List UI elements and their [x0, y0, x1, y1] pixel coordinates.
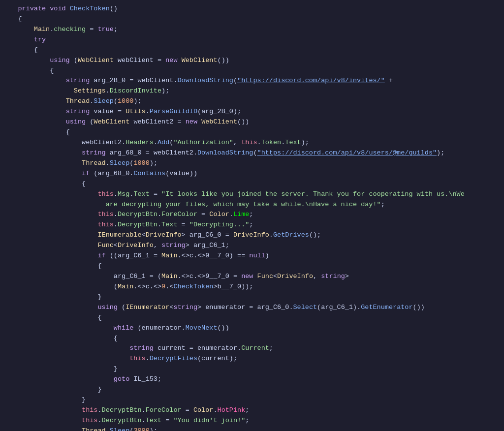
- code-line: are decrypting your files, which may tak…: [0, 200, 504, 210]
- code-line: this.DecryptBtn.Text = "You didn't join!…: [0, 416, 504, 426]
- code-line: (Main.<>c.<>9.<CheckToken>b__7_0));: [0, 282, 504, 292]
- code-line: IEnumerable<DriveInfo> arg_C6_0 = DriveI…: [0, 230, 504, 241]
- code-line: using (IEnumerator<string> enumerator = …: [0, 303, 504, 313]
- code-line: goto IL_153;: [0, 374, 504, 385]
- code-line: string arg_68_0 = webClient2.DownloadStr…: [0, 148, 504, 158]
- code-editor: private void CheckToken() { Main.checkin…: [0, 0, 504, 431]
- code-line: string current = enumerator.Current;: [0, 343, 504, 354]
- code-line: Thread.Sleep(1000);: [0, 96, 504, 107]
- code-line: if ((arg_C6_1 = Main.<>c.<>9__7_0) == nu…: [0, 251, 504, 261]
- code-line: Settings.DiscordInvite);: [0, 86, 504, 96]
- code-line: {: [0, 66, 504, 76]
- code-line: {: [0, 14, 504, 25]
- code-line: this.DecryptBtn.Text = "Decrypting...";: [0, 220, 504, 230]
- code-line: {: [0, 334, 504, 344]
- code-line: webClient2.Headers.Add("Authorization", …: [0, 138, 504, 148]
- code-line: Thread.Sleep(1000);: [0, 158, 504, 169]
- code-line: while (enumerator.MoveNext()): [0, 323, 504, 334]
- code-line: Func<DriveInfo, string> arg_C6_1;: [0, 241, 504, 251]
- code-line: }: [0, 364, 504, 374]
- code-line: {: [0, 127, 504, 138]
- code-line: {: [0, 45, 504, 56]
- code-line: this.DecryptFiles(current);: [0, 354, 504, 364]
- code-line: }: [0, 385, 504, 395]
- code-line: private void CheckToken(): [0, 4, 504, 14]
- code-line: this.DecryptBtn.ForeColor = Color.Lime;: [0, 210, 504, 220]
- code-line: string value = Utils.ParseGuildID(arg_2B…: [0, 107, 504, 117]
- code-line: using (WebClient webClient2 = new WebCli…: [0, 117, 504, 127]
- code-line: {: [0, 261, 504, 272]
- code-line: string arg_2B_0 = webClient.DownloadStri…: [0, 76, 504, 86]
- code-line: }: [0, 395, 504, 405]
- code-line: {: [0, 179, 504, 189]
- code-line: try: [0, 35, 504, 45]
- code-line: using (WebClient webClient = new WebClie…: [0, 56, 504, 66]
- code-line: Main.checking = true;: [0, 25, 504, 35]
- code-line: this.Msg.Text = "It looks like you joine…: [0, 189, 504, 200]
- code-line: {: [0, 313, 504, 323]
- code-line: if (arg_68_0.Contains(value)): [0, 169, 504, 179]
- code-line: Thread.Sleep(3000);: [0, 426, 504, 431]
- code-line: this.DecryptBtn.ForeColor = Color.HotPin…: [0, 405, 504, 416]
- code-line: arg_C6_1 = (Main.<>c.<>9__7_0 = new Func…: [0, 272, 504, 282]
- code-line: }: [0, 292, 504, 303]
